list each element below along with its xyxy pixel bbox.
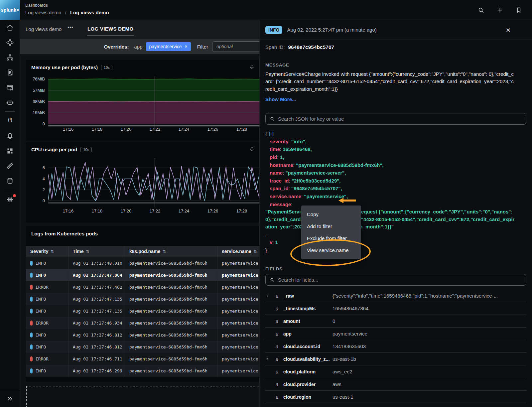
json-field-name[interactable]: name: "paymentservice-server", (265, 169, 526, 177)
json-field-span_id[interactable]: span_id: "9648e7c954bc5707", (265, 185, 526, 193)
sidebar-item-log-observer[interactable] (0, 65, 20, 80)
log-cell: paymentservice (217, 257, 259, 269)
menu-item-add-to-filter[interactable]: Add to filter (301, 220, 361, 232)
automation-icon (6, 98, 14, 107)
field-row-cloud.availability_z...[interactable]: acloud.availability_z...us-east-1b (265, 353, 526, 365)
field-row-cloud.platform[interactable]: acloud.platformaws_ec2 (265, 365, 526, 378)
severity-pill (30, 285, 33, 290)
filter-input[interactable] (212, 41, 259, 52)
json-field-time[interactable]: time: 1659486468, (265, 145, 526, 153)
string-type-icon: a (275, 293, 283, 299)
log-table-row[interactable]: ERRORAug 02 17:27:47.462paymentservice-6… (26, 281, 259, 293)
column-header-Time[interactable]: Time⇅ (68, 246, 125, 257)
sidebar-item-notifications[interactable] (0, 128, 20, 143)
close-icon[interactable]: ✕ (506, 27, 511, 34)
splunk-logo[interactable]: splunk> (0, 0, 20, 20)
sidebar-item-apm[interactable] (0, 35, 20, 50)
menu-item-view-service-name[interactable]: View service.name (301, 244, 361, 256)
chip-remove-icon[interactable]: ✕ (185, 44, 188, 49)
cpu-chart-plot[interactable]: 642017:1617:1817:2017:2217:2417:2617:28 (26, 142, 259, 222)
field-row-_timestampMs[interactable]: a_timestampMs1659486467864 (265, 302, 526, 315)
field-row-cloud.region[interactable]: acloud.regionus-east-1 (265, 391, 526, 403)
sort-icon[interactable]: ⇅ (163, 249, 166, 254)
y-axis-tick: 76MiB (26, 76, 45, 81)
fields-search-box (265, 274, 526, 286)
sidebar-item-metrics-ruler[interactable] (0, 158, 20, 173)
bookmark-icon[interactable] (515, 6, 523, 14)
sidebar-item-dashboards[interactable] (0, 80, 20, 95)
dashboard-group-label[interactable]: Log views demo (26, 26, 62, 32)
memory-chart-plot[interactable]: 76MiB57MiB38MiB19MiB017:1617:1817:2017:2… (26, 60, 259, 141)
column-header-service.name[interactable]: service.name⇅ (217, 246, 259, 257)
log-table-row[interactable]: INFOAug 02 17:27:48.010paymentservice-68… (26, 257, 259, 269)
chevrons-right-icon (6, 395, 14, 402)
field-row-_raw[interactable]: a_raw{"severity":"info","time":165948646… (265, 290, 526, 302)
log-observer-icon (6, 68, 14, 77)
sidebar-item-automation[interactable] (0, 95, 20, 110)
log-table-row[interactable]: ERRORAug 02 17:27:46.711paymentservice-6… (26, 353, 259, 365)
menu-item-copy[interactable]: Copy (301, 208, 361, 220)
fields-list: a_raw{"severity":"info","time":165948646… (265, 290, 526, 403)
json-field-trace_id[interactable]: trace_id: "2ff0e5b03ccd5d29", (265, 177, 526, 185)
sidebar-item-home[interactable] (0, 20, 20, 35)
log-table-row[interactable]: INFOAug 02 17:27:46.299paymentservice-68… (26, 365, 259, 377)
log-table-row[interactable]: INFOAug 02 17:27:47.864paymentservice-68… (26, 269, 259, 281)
log-table-row[interactable]: ERRORAug 02 17:27:46.934paymentservice-6… (26, 317, 259, 329)
log-table-row[interactable]: INFOAug 02 17:27:47.135paymentservice-68… (26, 305, 259, 317)
sidebar-item-apps-grid[interactable] (0, 143, 20, 158)
log-cell: paymentservice (217, 329, 259, 341)
field-row-cloud.account.id[interactable]: acloud.account.id134183635603 (265, 340, 526, 353)
field-row-cloud.provider[interactable]: acloud.provideraws (265, 378, 526, 391)
json-search-input[interactable] (278, 116, 522, 122)
tab-log-views-demo[interactable]: LOG VIEWS DEMO (87, 26, 133, 32)
sidebar-item-infrastructure[interactable] (0, 50, 20, 65)
x-axis-tick: 17:24 (175, 208, 193, 213)
log-table-row[interactable]: INFOAug 02 17:27:46.812paymentservice-68… (26, 341, 259, 353)
fields-search-input[interactable] (278, 277, 522, 283)
home-icon (6, 23, 14, 32)
column-header-k8s.pod.name[interactable]: k8s.pod.name⇅ (125, 246, 217, 257)
field-key: app (283, 331, 332, 337)
sidebar-divider (5, 111, 15, 112)
chevron-right-icon[interactable] (265, 294, 270, 298)
sort-icon[interactable]: ⇅ (86, 249, 89, 254)
field-row-amount[interactable]: aamount0 (265, 315, 526, 328)
log-table-row[interactable]: INFOAug 02 17:27:46.812paymentservice-68… (26, 329, 259, 341)
sidebar-item-alerts[interactable]: (!) (0, 113, 20, 128)
menu-item-exclude-from-filter[interactable]: Exclude from filter (301, 232, 361, 244)
plus-icon[interactable] (496, 6, 504, 14)
y-axis-tick: 4 (26, 176, 45, 181)
json-field-service.name[interactable]: service.name: "paymentservice", (265, 193, 526, 201)
sort-icon[interactable]: ⇅ (51, 249, 54, 254)
severity-pill (30, 344, 33, 349)
string-type-icon: a (275, 356, 283, 362)
new-chart-drop-zone[interactable] (26, 386, 259, 407)
sort-icon[interactable]: ⇅ (254, 249, 257, 254)
log-cell: paymentservice (217, 269, 259, 281)
log-table-row[interactable]: INFOAug 02 17:27:47.135paymentservice-68… (26, 293, 259, 305)
more-options-icon[interactable]: ••• (67, 25, 73, 30)
search-icon (269, 277, 275, 283)
sidebar-expand-button[interactable] (0, 390, 20, 407)
override-chip-paymentservice[interactable]: paymentservice ✕ (146, 42, 191, 51)
json-field-pid[interactable]: pid: 1, (265, 153, 526, 161)
field-row-app[interactable]: aapppaymentservice (265, 328, 526, 340)
show-more-link[interactable]: Show More... (265, 96, 526, 102)
sidebar-item-data-storage[interactable] (0, 173, 20, 188)
x-axis-tick: 17:20 (117, 208, 135, 213)
sidebar-item-settings[interactable] (0, 192, 20, 207)
span-id-label: Span ID: (265, 44, 285, 50)
severity-pill (30, 261, 33, 266)
y-axis-tick: 57MiB (26, 88, 45, 93)
memory-chart-svg (48, 79, 259, 133)
breadcrumb-separator: / (65, 10, 66, 15)
breadcrumb-group[interactable]: Log views demo (25, 10, 61, 15)
severity-pill (30, 321, 33, 326)
json-field-hostname[interactable]: hostname: "paymentservice-6885d59bd-fmx6… (265, 161, 526, 169)
search-icon[interactable] (477, 6, 485, 14)
column-header-Severity[interactable]: Severity⇅ (26, 246, 68, 257)
sidebar-divider (5, 190, 15, 190)
collapse-toggle[interactable]: [-] (269, 131, 274, 136)
chevron-right-icon[interactable] (265, 357, 270, 361)
json-field-severity[interactable]: severity: "info", (265, 138, 526, 146)
